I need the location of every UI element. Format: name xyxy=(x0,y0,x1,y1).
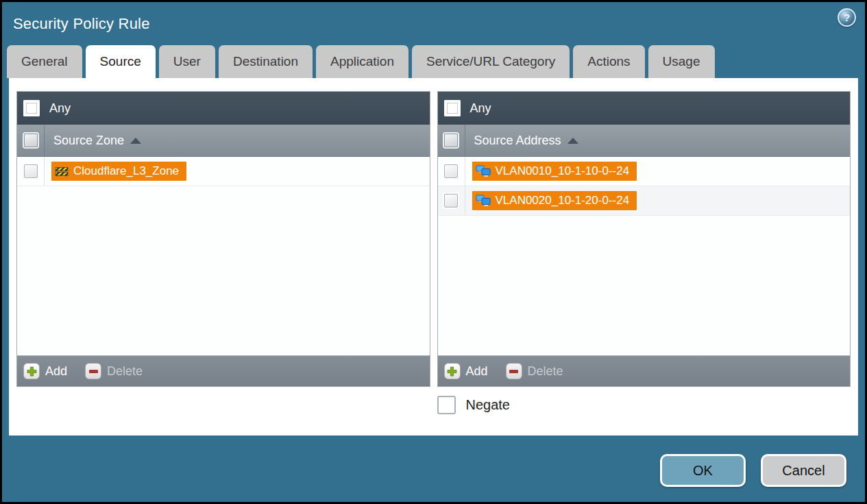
source-address-row: VLAN0020_10-1-20-0--24 xyxy=(438,186,851,216)
tab-general[interactable]: General xyxy=(7,45,82,78)
source-address-item-label: VLAN0010_10-1-10-0--24 xyxy=(496,164,630,178)
source-address-toolbar: Add Delete xyxy=(438,355,851,386)
plus-icon xyxy=(444,363,461,379)
source-zone-item[interactable]: Cloudflare_L3_Zone xyxy=(51,162,186,181)
plus-icon xyxy=(23,363,40,379)
delete-button-label: Delete xyxy=(107,364,143,379)
negate-row: Negate xyxy=(16,396,851,414)
network-icon xyxy=(476,194,491,207)
source-address-row: VLAN0010_10-1-10-0--24 xyxy=(438,157,851,186)
tab-user[interactable]: User xyxy=(159,45,215,78)
source-zone-list: Cloudflare_L3_Zone xyxy=(17,157,430,355)
source-zone-select-all-checkbox[interactable] xyxy=(24,134,38,147)
source-zone-delete-button[interactable]: Delete xyxy=(85,363,143,379)
security-policy-rule-dialog: Security Policy Rule ? General Source Us… xyxy=(0,0,867,504)
source-address-row-checkbox[interactable] xyxy=(444,164,458,178)
negate-label: Negate xyxy=(466,397,511,413)
source-address-item[interactable]: VLAN0020_10-1-20-0--24 xyxy=(472,191,637,210)
add-button-label: Add xyxy=(45,364,67,379)
negate-checkbox[interactable] xyxy=(437,396,456,414)
tab-actions[interactable]: Actions xyxy=(573,45,644,78)
help-icon[interactable]: ? xyxy=(838,8,856,27)
tab-service-url-category[interactable]: Service/URL Category xyxy=(412,45,570,78)
source-address-row-checkbox[interactable] xyxy=(444,194,458,207)
source-zone-any-label: Any xyxy=(49,101,71,116)
source-address-delete-button[interactable]: Delete xyxy=(506,363,563,379)
source-zone-row-checkbox[interactable] xyxy=(24,164,38,178)
zone-icon xyxy=(55,166,69,177)
source-address-add-button[interactable]: Add xyxy=(444,363,488,379)
negate-spacer xyxy=(16,396,430,414)
add-button-label: Add xyxy=(466,364,488,379)
source-address-item-label: VLAN0020_10-1-20-0--24 xyxy=(496,194,630,207)
ok-button[interactable]: OK xyxy=(660,454,746,487)
source-zone-any-checkbox[interactable] xyxy=(23,100,40,116)
tab-application[interactable]: Application xyxy=(316,45,408,78)
network-icon xyxy=(476,165,491,178)
source-zone-panel: Any Source Zone xyxy=(16,91,430,387)
source-zone-column-header: Source Zone xyxy=(17,125,430,157)
source-address-any-checkbox[interactable] xyxy=(444,100,461,116)
dialog-title: Security Policy Rule xyxy=(13,15,150,33)
source-tab-content: Any Source Zone xyxy=(9,78,858,436)
tab-usage[interactable]: Usage xyxy=(648,45,715,78)
source-zone-item-label: Cloudflare_L3_Zone xyxy=(73,164,179,178)
dialog-buttons: OK Cancel xyxy=(2,454,846,487)
sort-ascending-icon xyxy=(130,138,141,144)
source-address-column-title[interactable]: Source Address xyxy=(474,134,578,148)
source-address-list: VLAN0010_10-1-10-0--24 xyxy=(438,157,851,355)
tab-destination[interactable]: Destination xyxy=(219,45,313,78)
source-address-any-label: Any xyxy=(470,101,491,116)
delete-button-label: Delete xyxy=(528,364,563,379)
tab-source[interactable]: Source xyxy=(86,45,156,78)
source-address-panel: Any Source Address xyxy=(437,91,851,387)
source-zone-column-title[interactable]: Source Zone xyxy=(53,134,141,148)
cancel-button[interactable]: Cancel xyxy=(761,454,846,487)
source-address-item[interactable]: VLAN0010_10-1-10-0--24 xyxy=(472,162,637,181)
tab-bar: General Source User Destination Applicat… xyxy=(2,45,865,78)
titlebar: Security Policy Rule ? xyxy=(2,2,865,45)
source-address-column-header: Source Address xyxy=(438,125,851,157)
source-address-select-all-checkbox[interactable] xyxy=(444,134,458,147)
source-zone-row: Cloudflare_L3_Zone xyxy=(17,157,430,186)
minus-icon xyxy=(85,363,101,379)
source-zone-any-bar: Any xyxy=(17,92,430,125)
source-zone-toolbar: Add Delete xyxy=(17,355,430,386)
source-zone-add-button[interactable]: Add xyxy=(23,363,67,379)
source-address-any-bar: Any xyxy=(438,92,851,125)
sort-ascending-icon xyxy=(567,138,578,144)
minus-icon xyxy=(506,363,522,379)
